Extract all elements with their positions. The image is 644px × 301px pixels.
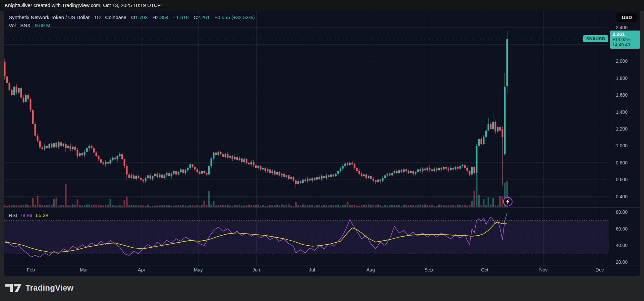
candle xyxy=(227,154,229,158)
volume-bar xyxy=(51,205,53,207)
candle xyxy=(333,174,334,176)
volume-bar xyxy=(413,205,414,207)
candle xyxy=(58,142,60,147)
volume-bar xyxy=(218,205,219,207)
volume-bar xyxy=(431,205,433,207)
currency-button[interactable]: USD xyxy=(616,13,637,22)
candle xyxy=(6,77,8,83)
candle xyxy=(213,153,215,159)
volume-bar xyxy=(305,205,306,207)
symbol-title[interactable]: Synthetix Network Token / US Dollar · 1D… xyxy=(9,14,126,20)
candle xyxy=(389,174,391,175)
candle xyxy=(396,171,398,173)
volume-legend-row: Vol · SNX 9.69 M xyxy=(9,22,51,28)
candle xyxy=(347,163,348,165)
candle xyxy=(455,167,457,169)
candle xyxy=(506,39,508,87)
candle xyxy=(429,168,431,169)
volume-bar xyxy=(450,205,452,207)
time-axis-label: Feb xyxy=(21,267,41,272)
volume-bar xyxy=(25,204,27,207)
volume-bar xyxy=(201,205,203,207)
candle xyxy=(382,178,384,181)
volume-bar xyxy=(452,205,454,207)
candle xyxy=(488,124,489,131)
volume-bar xyxy=(241,206,243,207)
candle xyxy=(413,171,414,174)
candle xyxy=(119,154,121,156)
volume-bar xyxy=(119,205,121,207)
candle xyxy=(431,169,433,171)
volume-bar xyxy=(488,197,489,207)
volume-bar xyxy=(227,204,229,207)
ohlc-close-label: C xyxy=(194,14,197,20)
candle xyxy=(286,175,287,177)
candle xyxy=(194,167,196,169)
candle xyxy=(180,169,182,172)
candle xyxy=(63,144,64,146)
volume-bar xyxy=(46,205,48,207)
volume-bar xyxy=(349,205,351,207)
volume-bar xyxy=(417,205,419,207)
volume-bar xyxy=(86,204,88,207)
volume-bar xyxy=(286,205,287,207)
candle xyxy=(39,141,41,147)
candle xyxy=(424,168,426,170)
candle xyxy=(72,147,74,149)
volume-bar xyxy=(283,205,285,207)
candle xyxy=(307,179,309,182)
volume-bar xyxy=(276,205,278,207)
candle xyxy=(152,176,154,179)
volume-bar xyxy=(154,206,156,207)
volume-label[interactable]: Vol · SNX xyxy=(9,22,31,28)
volume-bar xyxy=(443,205,445,207)
candle xyxy=(258,166,259,168)
time-axis-label: Jul xyxy=(302,267,322,272)
volume-bar xyxy=(323,205,325,207)
volume-bar xyxy=(448,205,449,207)
candle xyxy=(131,175,132,178)
volume-bar xyxy=(471,201,473,207)
volume-bar xyxy=(337,205,339,207)
volume-bar xyxy=(117,206,118,207)
volume-bar xyxy=(58,206,60,207)
volume-bar xyxy=(497,205,499,207)
time-axis-label: Apr xyxy=(131,267,152,272)
candle xyxy=(91,146,93,148)
rsi-label[interactable]: RSI xyxy=(9,212,17,218)
candle xyxy=(46,146,48,148)
tradingview-logo[interactable]: TradingView xyxy=(5,283,73,293)
volume-bar xyxy=(185,205,186,207)
volume-bar xyxy=(206,205,208,207)
time-axis-label: Mar xyxy=(74,267,94,272)
volume-bar xyxy=(182,205,184,207)
candle xyxy=(197,169,198,172)
volume-bar xyxy=(145,206,147,207)
volume-bar xyxy=(352,205,353,207)
candle xyxy=(417,169,419,172)
candle xyxy=(67,146,69,148)
volume-bar xyxy=(187,206,189,207)
volume-bar xyxy=(396,205,398,207)
volume-bar xyxy=(133,205,135,207)
volume-bar xyxy=(467,206,468,207)
volume-bar xyxy=(406,205,407,207)
candle xyxy=(316,177,318,180)
lightning-marker-button[interactable] xyxy=(503,197,513,206)
candle xyxy=(326,175,327,178)
volume-bar xyxy=(356,206,358,207)
volume-bar xyxy=(131,205,132,207)
candle xyxy=(476,146,478,173)
volume-bar xyxy=(171,206,172,207)
price-axis-label: 1.400 xyxy=(616,109,639,115)
candle xyxy=(298,181,299,184)
volume-value: 9.69 M xyxy=(35,22,50,28)
candle xyxy=(86,148,88,152)
candle xyxy=(236,157,238,160)
volume-bar xyxy=(140,206,142,207)
footer-bar: TradingView xyxy=(0,276,644,301)
candle xyxy=(363,174,365,176)
volume-bar xyxy=(4,205,6,207)
candle xyxy=(337,171,339,174)
candle xyxy=(469,171,471,174)
